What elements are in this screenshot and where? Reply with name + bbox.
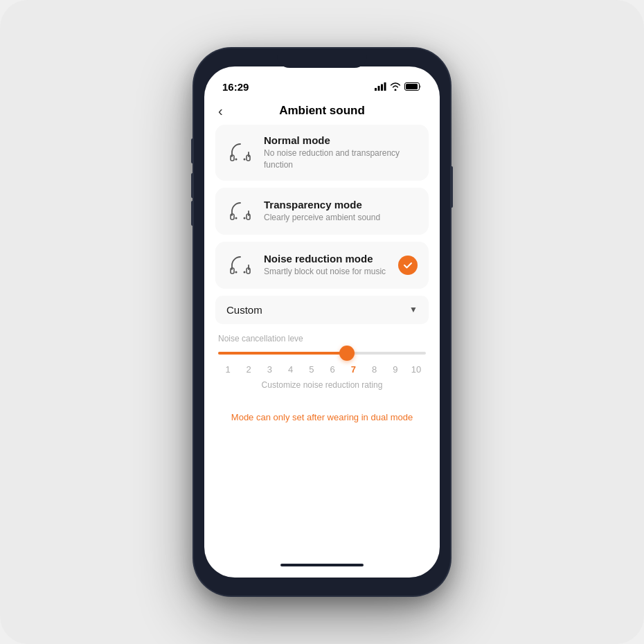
slider-num-8: 8	[368, 364, 382, 375]
slider-num-6: 6	[325, 364, 339, 375]
page-title: Ambient sound	[279, 104, 365, 118]
home-indicator	[280, 564, 364, 566]
svg-rect-0	[375, 88, 377, 91]
headphone-icon-normal	[226, 138, 254, 166]
noise-slider[interactable]	[218, 352, 426, 355]
svg-point-9	[244, 159, 246, 161]
slider-num-3: 3	[262, 364, 276, 375]
noise-cancellation-label: Noise cancellation leve	[218, 334, 426, 343]
notch	[277, 48, 367, 68]
nav-bar: ‹ Ambient sound	[204, 100, 440, 125]
headphone-icon-noise	[226, 251, 254, 279]
phone-shell: 16:29	[194, 48, 450, 596]
slider-num-9: 9	[388, 364, 402, 375]
normal-mode-text: Normal mode No noise reduction and trans…	[264, 134, 418, 171]
svg-point-17	[244, 271, 246, 273]
normal-mode-title: Normal mode	[264, 134, 418, 146]
screen: 16:29	[204, 66, 440, 578]
noise-reduction-mode-title: Noise reduction mode	[264, 253, 388, 265]
noise-reduction-mode-text: Noise reduction mode Smartly block out n…	[264, 253, 388, 278]
normal-mode-desc: No noise reduction and transparency func…	[264, 147, 418, 171]
custom-dropdown-label: Custom	[226, 304, 262, 316]
content-area: Normal mode No noise reduction and trans…	[204, 125, 440, 564]
scene: 16:29	[0, 0, 644, 644]
svg-rect-3	[384, 82, 386, 91]
selected-check-badge	[398, 256, 418, 275]
transparency-mode-text: Transparency mode Clearly perceive ambie…	[264, 199, 418, 224]
slider-num-7-active: 7	[346, 364, 360, 375]
transparency-mode-card[interactable]: Transparency mode Clearly perceive ambie…	[215, 188, 429, 235]
home-indicator-area	[204, 564, 440, 578]
svg-point-8	[235, 159, 238, 161]
svg-point-12	[235, 217, 238, 219]
battery-icon	[404, 82, 422, 91]
slider-thumb[interactable]	[339, 346, 355, 361]
customize-rating-text: Customize noise reduction rating	[218, 380, 426, 390]
svg-point-16	[235, 271, 238, 273]
normal-mode-card[interactable]: Normal mode No noise reduction and trans…	[215, 125, 429, 181]
slider-numbers: 1 2 3 4 5 6 7 8 9 10	[218, 364, 426, 375]
slider-num-4: 4	[284, 364, 298, 375]
status-icons	[375, 82, 422, 91]
wifi-icon	[390, 82, 401, 91]
noise-cancellation-section: Noise cancellation leve 1 2 3 4 5 6	[215, 334, 429, 390]
transparency-mode-title: Transparency mode	[264, 199, 418, 211]
svg-rect-1	[378, 86, 380, 91]
dropdown-arrow-icon: ▼	[409, 305, 418, 314]
signal-icon	[375, 82, 386, 91]
headphone-icon-transparency	[226, 197, 254, 225]
slider-num-5: 5	[305, 364, 319, 375]
status-bar: 16:29	[204, 66, 440, 100]
custom-dropdown[interactable]: Custom ▼	[215, 296, 429, 324]
slider-num-10: 10	[409, 364, 423, 375]
svg-rect-2	[381, 84, 383, 91]
noise-reduction-mode-card[interactable]: Noise reduction mode Smartly block out n…	[215, 242, 429, 289]
status-time: 16:29	[222, 81, 249, 93]
svg-point-13	[244, 217, 246, 219]
transparency-mode-desc: Clearly perceive ambient sound	[264, 212, 418, 224]
slider-track	[218, 352, 426, 355]
slider-fill	[218, 352, 347, 355]
noise-reduction-mode-desc: Smartly block out noise for music	[264, 266, 388, 278]
slider-num-2: 2	[242, 364, 256, 375]
warning-text: Mode can only set after wearing in dual …	[215, 401, 429, 433]
back-button[interactable]: ‹	[218, 103, 223, 119]
svg-rect-5	[406, 84, 418, 89]
slider-num-1: 1	[221, 364, 235, 375]
